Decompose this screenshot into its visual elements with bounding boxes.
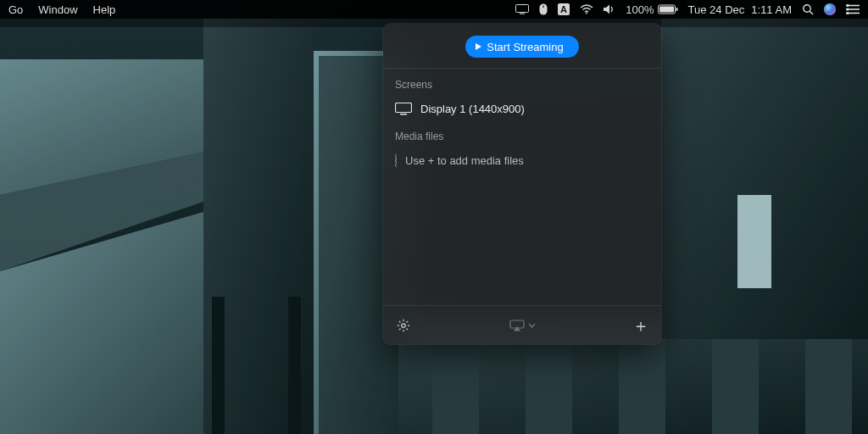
svg-rect-40 [396,103,412,113]
menubar: Go Window Help A 100% Tue 24 Dec 1:11 AM [0,0,868,19]
svg-point-27 [586,13,587,14]
notification-center-icon[interactable] [846,4,860,14]
media-section-label: Media files [395,131,649,142]
menubar-date[interactable]: Tue 24 Dec [688,3,745,16]
battery-icon[interactable] [658,4,678,14]
spotlight-icon[interactable] [802,3,814,15]
svg-rect-22 [520,14,525,14]
add-media-button[interactable]: ＋ [632,317,649,334]
svg-rect-24 [543,5,544,8]
display-name: Display 1 (1440x900) [420,103,525,115]
chevron-down-icon [528,323,536,328]
svg-rect-21 [516,5,529,13]
menu-go[interactable]: Go [8,3,23,16]
media-empty-text: Use + to add media files [405,154,524,167]
svg-rect-30 [659,7,674,13]
airplay-icon [509,320,525,331]
svg-point-42 [402,323,405,326]
svg-text:A: A [560,4,567,14]
svg-rect-31 [676,8,677,11]
dotted-circle-icon [395,154,397,167]
start-streaming-label: Start Streaming [487,41,563,53]
svg-rect-41 [400,114,407,115]
text-input-icon[interactable]: A [558,3,570,15]
svg-point-37 [846,4,849,7]
wifi-icon[interactable] [580,4,593,14]
svg-marker-52 [514,326,520,331]
play-icon [476,43,481,50]
svg-marker-28 [604,5,609,14]
menu-window[interactable]: Window [38,3,77,16]
screens-section-label: Screens [395,79,649,91]
airplay-target-selector[interactable] [509,320,536,331]
svg-point-38 [846,8,849,10]
siri-icon[interactable] [824,3,836,15]
menubar-time[interactable]: 1:11 AM [751,3,792,16]
svg-line-48 [407,328,409,330]
volume-icon[interactable] [604,4,615,14]
svg-line-47 [399,320,401,322]
menu-help[interactable]: Help [93,3,116,16]
monitor-icon [395,103,412,115]
display-row[interactable]: Display 1 (1440x900) [395,97,649,125]
settings-button[interactable] [395,319,412,332]
svg-point-32 [804,5,810,12]
svg-line-49 [399,328,401,330]
svg-line-50 [407,320,409,322]
start-streaming-button[interactable]: Start Streaming [465,36,578,58]
svg-point-39 [846,12,849,14]
media-empty-row: Use + to add media files [395,149,649,177]
mouse-icon[interactable] [539,3,548,15]
battery-percent: 100% [626,3,654,16]
svg-line-33 [810,11,813,14]
streaming-panel: Start Streaming Screens Display 1 (1440x… [383,24,661,344]
display-icon[interactable] [515,4,529,14]
